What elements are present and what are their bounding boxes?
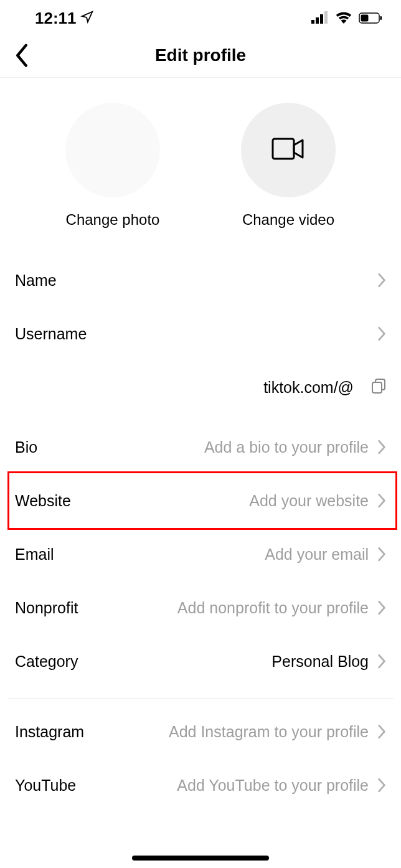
svg-rect-9 xyxy=(372,382,382,393)
nonprofit-label: Nonprofit xyxy=(15,599,78,617)
bio-value: Add a bio to your profile xyxy=(204,438,369,456)
name-row[interactable]: Name xyxy=(0,253,401,307)
svg-rect-5 xyxy=(361,15,369,22)
svg-rect-1 xyxy=(316,17,319,24)
nonprofit-row[interactable]: Nonprofit Add nonprofit to your profile xyxy=(0,581,401,634)
bio-row[interactable]: Bio Add a bio to your profile xyxy=(0,420,401,474)
status-time-group: 12:11 xyxy=(35,9,94,28)
settings-list: Name Username tiktok.com/@ Bio xyxy=(0,253,401,812)
category-label: Category xyxy=(15,653,78,671)
chevron-right-icon xyxy=(377,600,386,615)
status-time: 12:11 xyxy=(35,9,77,28)
svg-rect-0 xyxy=(311,20,314,24)
youtube-value: Add YouTube to your profile xyxy=(177,776,369,795)
wifi-icon xyxy=(335,9,352,28)
media-section: Change photo Change video xyxy=(0,78,401,253)
chevron-right-icon xyxy=(377,326,386,341)
change-video-label: Change video xyxy=(242,211,334,229)
back-button[interactable] xyxy=(14,44,30,67)
chevron-right-icon xyxy=(377,724,386,739)
instagram-value: Add Instagram to your profile xyxy=(169,723,369,741)
username-row[interactable]: Username xyxy=(0,307,401,361)
svg-rect-2 xyxy=(320,14,323,24)
copy-icon xyxy=(371,378,386,397)
copy-url-button[interactable] xyxy=(371,378,386,397)
chevron-right-icon xyxy=(377,493,386,508)
battery-icon xyxy=(359,9,382,28)
svg-rect-3 xyxy=(324,11,328,24)
chevron-right-icon xyxy=(377,547,386,562)
youtube-row[interactable]: YouTube Add YouTube to your profile xyxy=(0,758,401,812)
instagram-label: Instagram xyxy=(15,723,84,741)
chevron-right-icon xyxy=(377,778,386,793)
chevron-right-icon xyxy=(377,273,386,288)
profile-photo-placeholder xyxy=(65,103,160,197)
home-indicator[interactable] xyxy=(132,856,269,861)
name-label: Name xyxy=(15,271,57,290)
profile-video-placeholder xyxy=(241,103,336,197)
bio-label: Bio xyxy=(15,438,37,456)
location-arrow-icon xyxy=(80,9,94,28)
nav-bar: Edit profile xyxy=(0,33,401,78)
change-video-button[interactable]: Change video xyxy=(241,103,336,229)
status-bar: 12:11 xyxy=(0,0,401,33)
cellular-signal-icon xyxy=(311,9,329,28)
chevron-right-icon xyxy=(377,440,386,455)
website-label: Website xyxy=(15,492,71,510)
website-value: Add your website xyxy=(249,492,369,510)
svg-rect-6 xyxy=(380,16,382,20)
email-label: Email xyxy=(15,545,54,564)
username-label: Username xyxy=(15,325,87,343)
page-title: Edit profile xyxy=(155,45,246,65)
chevron-right-icon xyxy=(377,654,386,669)
profile-url-row: tiktok.com/@ xyxy=(0,361,401,414)
section-divider xyxy=(7,698,394,699)
email-row[interactable]: Email Add your email xyxy=(0,527,401,581)
instagram-row[interactable]: Instagram Add Instagram to your profile xyxy=(0,705,401,758)
change-photo-button[interactable]: Change photo xyxy=(65,103,160,229)
change-photo-label: Change photo xyxy=(66,211,160,229)
status-right xyxy=(311,9,382,28)
email-value: Add your email xyxy=(265,545,369,564)
website-row[interactable]: Website Add your website xyxy=(0,474,401,527)
video-camera-icon xyxy=(271,136,305,164)
svg-marker-8 xyxy=(294,140,303,158)
svg-rect-7 xyxy=(273,139,294,159)
nonprofit-value: Add nonprofit to your profile xyxy=(177,599,369,617)
category-row[interactable]: Category Personal Blog xyxy=(0,634,401,688)
profile-url-text: tiktok.com/@ xyxy=(263,379,354,397)
category-value: Personal Blog xyxy=(271,653,369,671)
youtube-label: YouTube xyxy=(15,776,76,795)
